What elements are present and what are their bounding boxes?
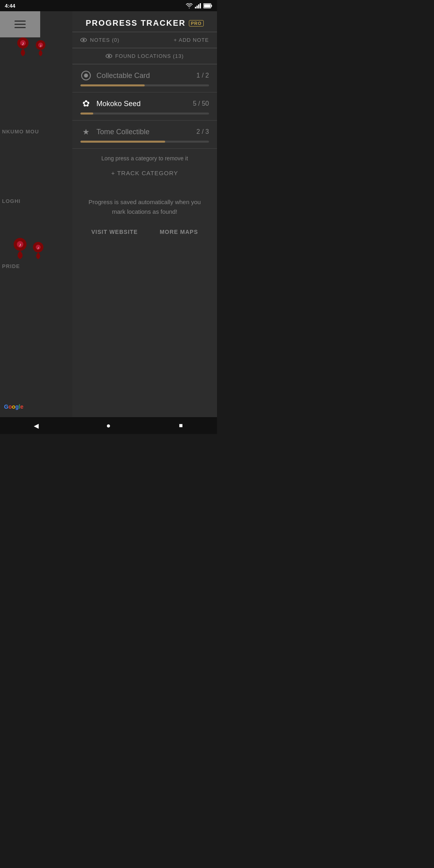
map-text-pride: PRIDE (2, 263, 20, 269)
mokoko-seed-count: 5 / 50 (193, 100, 209, 107)
notes-label: NOTES (0) (80, 37, 119, 43)
map-marker-1: ♪ (16, 36, 30, 56)
track-category-button[interactable]: + TRACK CATEGORY (72, 165, 217, 181)
svg-rect-1 (197, 6, 198, 8)
category-item-mokoko-seed[interactable]: ✿ Mokoko Seed 5 / 50 (72, 92, 217, 121)
map-text-loghi: LOGHI (2, 198, 20, 204)
category-collectable-card-header: Collectable Card 1 / 2 (80, 70, 209, 81)
map-marker-2: ♪ (35, 39, 46, 56)
map-text-nkumo: NKUMO MOU (0, 129, 39, 135)
eye-icon-locations (106, 54, 112, 58)
svg-text:♪: ♪ (40, 43, 42, 48)
svg-rect-0 (195, 7, 196, 8)
category-item-collectable-card[interactable]: Collectable Card 1 / 2 (72, 64, 217, 92)
svg-text:♪: ♪ (22, 41, 24, 46)
category-item-tome-collectible[interactable]: ★ Tome Collectible 2 / 3 (72, 121, 217, 149)
recents-icon: ■ (179, 422, 183, 429)
found-locations-label: FOUND LOCATIONS (13) (115, 53, 184, 59)
tome-collectible-name: Tome Collectible (96, 128, 149, 136)
map-background (0, 0, 80, 434)
progress-tracker-panel: PROGRESS TRACKER PRO NOTES (0) + ADD NOT… (72, 11, 217, 417)
map-marker-bottom-1: ♪ (12, 237, 28, 259)
back-icon: ◀ (34, 422, 39, 430)
hamburger-button[interactable] (0, 11, 40, 37)
nav-bar: ◀ ● ■ (0, 417, 217, 434)
collectable-card-name: Collectable Card (96, 72, 150, 80)
tome-collectible-progress-bar (80, 141, 209, 143)
recents-button[interactable]: ■ (173, 418, 189, 434)
pro-badge: PRO (189, 20, 204, 27)
bottom-buttons: VISIT WEBSITE MORE MAPS (72, 225, 217, 243)
add-note-button[interactable]: + ADD NOTE (174, 37, 209, 43)
map-marker-bottom-2: ♪ (32, 241, 44, 259)
home-icon: ● (106, 422, 111, 430)
visit-website-button[interactable]: VISIT WEBSITE (91, 229, 138, 235)
google-logo: Google (4, 403, 23, 410)
category-tome-collectible-header: ★ Tome Collectible 2 / 3 (80, 126, 209, 137)
mokoko-seed-progress-bar (80, 113, 209, 115)
hint-text: Long press a category to remove it (72, 149, 217, 165)
collectable-card-icon (80, 70, 92, 81)
auto-save-text: Progress is saved automatically when you… (72, 181, 217, 225)
wifi-icon (186, 3, 193, 8)
notes-row: NOTES (0) + ADD NOTE (72, 32, 217, 48)
tome-collectible-count: 2 / 3 (197, 128, 209, 135)
svg-rect-3 (200, 3, 201, 8)
svg-rect-6 (204, 4, 211, 7)
panel-title: PROGRESS TRACKER (86, 18, 186, 28)
panel-title-row: PROGRESS TRACKER PRO (80, 18, 209, 28)
status-bar: 4:44 (0, 0, 217, 11)
battery-icon (203, 3, 212, 8)
tome-collectible-icon: ★ (80, 126, 92, 137)
found-locations-row: FOUND LOCATIONS (13) (72, 48, 217, 64)
mokoko-seed-progress-fill (80, 113, 93, 115)
home-button[interactable]: ● (100, 418, 117, 434)
collectable-card-count: 1 / 2 (197, 72, 209, 79)
status-icons (186, 3, 212, 8)
svg-point-22 (108, 55, 110, 57)
eye-icon-notes (80, 38, 87, 42)
more-maps-button[interactable]: MORE MAPS (160, 229, 198, 235)
map-markers: ♪ ♪ (16, 36, 46, 58)
hamburger-icon (14, 20, 26, 28)
mokoko-seed-icon: ✿ (80, 98, 92, 109)
status-time: 4:44 (5, 3, 15, 9)
signal-icon (195, 3, 201, 8)
svg-rect-5 (211, 5, 212, 7)
panel-header: PROGRESS TRACKER PRO (72, 11, 217, 32)
back-button[interactable]: ◀ (28, 418, 44, 434)
map-markers-bottom: ♪ ♪ (12, 237, 44, 261)
category-mokoko-seed-header: ✿ Mokoko Seed 5 / 50 (80, 98, 209, 109)
svg-text:♪: ♪ (19, 242, 21, 248)
tome-collectible-progress-fill (80, 141, 165, 143)
svg-text:♪: ♪ (37, 246, 39, 250)
svg-rect-2 (198, 4, 199, 8)
mokoko-seed-name: Mokoko Seed (96, 100, 141, 108)
svg-point-20 (83, 39, 85, 41)
collectable-card-progress-bar (80, 84, 209, 86)
collectable-card-progress-fill (80, 84, 145, 86)
